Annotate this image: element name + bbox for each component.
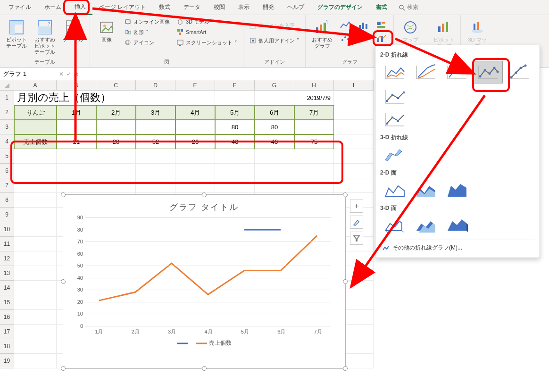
cell[interactable] (57, 178, 96, 193)
row-header[interactable]: 15 (0, 295, 14, 310)
cell[interactable] (175, 91, 215, 105)
cell[interactable] (14, 120, 57, 134)
cell[interactable] (14, 178, 57, 193)
cell[interactable]: 46 (255, 134, 294, 149)
cell[interactable] (136, 91, 175, 105)
line-chart-thumb-7[interactable] (380, 108, 409, 131)
row-header[interactable]: 5 (0, 149, 14, 164)
cell[interactable] (14, 149, 57, 164)
cell[interactable]: 売上個数 (14, 134, 57, 149)
cell[interactable] (14, 222, 57, 237)
column-header[interactable]: C (96, 80, 136, 91)
column-header[interactable]: I (334, 80, 374, 91)
cell[interactable] (14, 310, 57, 325)
chart-filter-button[interactable] (350, 232, 363, 245)
cell[interactable] (255, 164, 294, 178)
column-header[interactable]: E (175, 80, 215, 91)
row-header[interactable]: 1 (0, 91, 14, 105)
cell[interactable] (136, 164, 175, 178)
fx-icon[interactable]: fx (74, 71, 78, 77)
3d-area-thumb-2[interactable] (411, 214, 441, 237)
ribbon-tab-7[interactable]: 表示 (232, 0, 256, 14)
ribbon-tab-11[interactable]: 書式 (369, 0, 394, 14)
cell[interactable] (215, 149, 255, 164)
cell[interactable] (14, 237, 57, 251)
cell[interactable] (294, 149, 334, 164)
line-chart-thumb-5[interactable] (505, 61, 534, 83)
cell[interactable] (136, 120, 175, 134)
icons-button[interactable]: アイコン (122, 38, 172, 47)
cell[interactable] (294, 178, 334, 193)
chart-elements-button[interactable]: + (350, 200, 363, 213)
my-addin-button[interactable]: 個人用アドイン ˅ (247, 36, 301, 45)
cell[interactable] (255, 91, 294, 105)
line-chart-markers-thumb[interactable] (474, 61, 503, 83)
row-header[interactable]: 14 (0, 281, 14, 295)
row-header[interactable]: 4 (0, 134, 14, 149)
cell[interactable] (96, 91, 136, 105)
row-header[interactable]: 6 (0, 164, 14, 178)
name-box[interactable] (0, 69, 54, 78)
recommended-pivot-button[interactable]: ? おすすめ ピボットテーブル (32, 17, 58, 58)
embedded-chart[interactable]: + グラフ タイトル 01020304050607080901月2月3月4月5月… (63, 194, 346, 369)
cell[interactable] (14, 266, 57, 281)
area-thumb-2[interactable] (411, 179, 441, 201)
cell[interactable] (215, 91, 255, 105)
enter-icon[interactable]: ✓ (67, 71, 71, 77)
row-header[interactable]: 18 (0, 339, 14, 354)
cell[interactable] (14, 325, 57, 339)
row-header[interactable]: 17 (0, 325, 14, 339)
cell[interactable] (136, 178, 175, 193)
cell[interactable] (334, 91, 374, 105)
cell[interactable] (57, 149, 96, 164)
ribbon-tab-0[interactable]: ファイル (2, 0, 38, 14)
cell[interactable]: 2019/7/9 (294, 91, 334, 105)
cell[interactable] (14, 295, 57, 310)
cell[interactable] (96, 120, 136, 134)
chart-legend[interactable]: 売上個数 (63, 339, 345, 347)
row-header[interactable]: 11 (0, 237, 14, 251)
insert-scatter-chart-button[interactable] (338, 32, 354, 44)
cell[interactable] (14, 164, 57, 178)
column-header[interactable]: F (215, 80, 255, 91)
cell[interactable]: 52 (136, 134, 175, 149)
cell[interactable]: 80 (255, 120, 294, 134)
ribbon-tab-1[interactable]: ホーム (38, 0, 68, 14)
3d-area-thumb-1[interactable] (380, 214, 409, 237)
line-chart-thumb-3[interactable] (442, 61, 472, 83)
insert-combo-chart-button[interactable] (374, 32, 390, 44)
cell[interactable] (96, 178, 136, 193)
cell[interactable] (255, 149, 294, 164)
row-header[interactable]: 19 (0, 354, 14, 368)
cell[interactable]: 5月 (215, 105, 255, 120)
3d-model-button[interactable]: 3D モデル ˅ (175, 17, 239, 26)
insert-hierarchy-chart-button[interactable] (374, 19, 390, 31)
cell[interactable] (215, 178, 255, 193)
get-addin-button[interactable]: アドインを入手 (247, 21, 301, 30)
ribbon-tab-2[interactable]: 挿入 (68, 0, 92, 15)
cell[interactable] (57, 91, 96, 105)
row-header[interactable]: 8 (0, 193, 14, 208)
3d-line-thumb[interactable] (380, 143, 409, 166)
cell[interactable] (14, 208, 57, 222)
more-line-charts-link[interactable]: その他の折れ線グラフ(M)... (380, 240, 535, 256)
cell[interactable]: 7月 (294, 105, 334, 120)
cell[interactable]: 26 (175, 134, 215, 149)
pivot-table-button[interactable]: ピボット テーブル (4, 17, 29, 51)
cell[interactable]: 月別の売上（個数） (14, 91, 57, 105)
cell[interactable] (175, 149, 215, 164)
ribbon-tab-3[interactable]: ページ レイアウト (92, 0, 152, 14)
cell[interactable] (334, 149, 374, 164)
ribbon-tab-9[interactable]: ヘルプ (281, 0, 311, 14)
table-button[interactable]: テーブル (60, 17, 86, 45)
cell[interactable] (334, 120, 374, 134)
cell[interactable]: 1月 (57, 105, 96, 120)
cancel-icon[interactable]: ✕ (59, 71, 64, 77)
cell[interactable] (14, 339, 57, 354)
cell[interactable]: 75 (294, 134, 334, 149)
cell[interactable]: りんご (14, 105, 57, 120)
select-all-corner[interactable] (0, 80, 14, 91)
row-header[interactable]: 7 (0, 178, 14, 193)
column-header[interactable]: D (136, 80, 175, 91)
cell[interactable] (96, 149, 136, 164)
